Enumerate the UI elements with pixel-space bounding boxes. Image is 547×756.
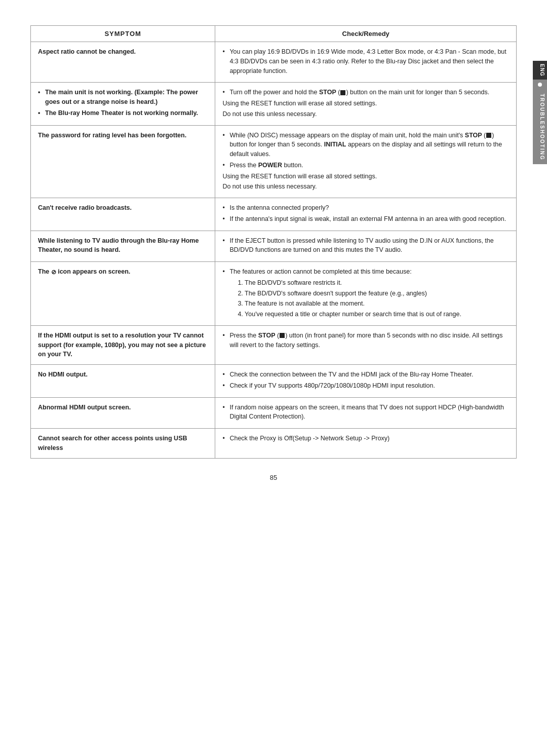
symptom-list-item: The Blu-ray Home Theater is not working … [38,108,208,118]
table-row: Abnormal HDMI output screen.•If random n… [31,397,517,429]
remedy-line: •Turn off the power and hold the STOP ()… [222,88,509,97]
remedy-sub: 3. The feature is not available at the m… [238,299,509,309]
remedy-line: •Is the antenna connected properly? [222,203,509,213]
remedy-cell-6: •Press the STOP () utton (in front panel… [215,325,517,364]
remedy-cell-1: •Turn off the power and hold the STOP ()… [215,83,517,125]
table-row: While listening to TV audio through the … [31,231,517,262]
remedy-cell-8: •If random noise appears on the screen, … [215,397,517,429]
remedy-note: Do not use this unless necessary. [222,109,509,119]
remedy-line: •While (NO DISC) message appears on the … [222,131,509,159]
remedy-cell-0: •You can play 16:9 BD/DVDs in 16:9 Wide … [215,42,517,83]
remedy-cell-7: •Check the connection between the TV and… [215,365,517,398]
remedy-cell-2: •While (NO DISC) message appears on the … [215,125,517,198]
remedy-line: •Check the connection between the TV and… [222,370,509,380]
remedy-cell-3: •Is the antenna connected properly?•If t… [215,198,517,231]
remedy-sub: 1. The BD/DVD's software restricts it. [238,278,509,288]
table-row: The ⊘ icon appears on screen.•The featur… [31,262,517,326]
remedy-header: Check/Remedy [215,26,517,42]
symptom-header: SYMPTOM [31,26,215,42]
remedy-sub: 4. You've requested a title or chapter n… [238,310,509,319]
remedy-line: •Press the POWER button. [222,161,509,170]
symptom-list-item: The main unit is not working. (Example: … [38,88,208,107]
symptom-cell-2: The password for rating level has been f… [31,125,215,198]
symptom-cell-1: The main unit is not working. (Example: … [31,83,215,125]
remedy-cell-4: •If the EJECT button is pressed while li… [215,231,517,262]
remedy-note: Using the RESET function will erase all … [222,172,509,181]
symptom-cell-3: Can't receive radio broadcasts. [31,198,215,231]
table-row: The main unit is not working. (Example: … [31,83,517,125]
symptom-cell-4: While listening to TV audio through the … [31,231,215,262]
remedy-line: •You can play 16:9 BD/DVDs in 16:9 Wide … [222,47,509,75]
remedy-note: Using the RESET function will erase all … [222,99,509,108]
remedy-note: Do not use this unless necessary. [222,182,509,192]
remedy-line: •Press the STOP () utton (in front panel… [222,331,509,350]
remedy-line: •If the antenna's input signal is weak, … [222,214,509,224]
remedy-line: •If the EJECT button is pressed while li… [222,236,509,255]
symptom-cell-6: If the HDMI output is set to a resolutio… [31,325,215,364]
table-row: Cannot search for other access points us… [31,429,517,459]
symptom-cell-9: Cannot search for other access points us… [31,429,215,459]
symptom-cell-0: Aspect ratio cannot be changed. [31,42,215,83]
page-container: SYMPTOM Check/Remedy Aspect ratio cannot… [0,0,547,512]
remedy-cell-5: •The features or action cannot be comple… [215,262,517,326]
table-row: If the HDMI output is set to a resolutio… [31,325,517,364]
table-row: Can't receive radio broadcasts.•Is the a… [31,198,517,231]
symptom-cell-8: Abnormal HDMI output screen. [31,397,215,429]
remedy-line: •If random noise appears on the screen, … [222,403,509,422]
remedy-line: •The features or action cannot be comple… [222,267,509,277]
remedy-sub: 2. The BD/DVD's software doesn't support… [238,289,509,298]
page-number: 85 [30,474,517,481]
table-row: No HDMI output.•Check the connection bet… [31,365,517,398]
table-row: Aspect ratio cannot be changed.•You can … [31,42,517,83]
remedy-line: •Check the Proxy is Off(Setup -> Network… [222,434,509,443]
remedy-line: •Check if your TV supports 480p/720p/108… [222,381,509,391]
table-row: The password for rating level has been f… [31,125,517,198]
symptom-cell-5: The ⊘ icon appears on screen. [31,262,215,326]
remedy-cell-9: •Check the Proxy is Off(Setup -> Network… [215,429,517,459]
troubleshooting-table: SYMPTOM Check/Remedy Aspect ratio cannot… [30,25,517,459]
no-icon: ⊘ [51,268,56,277]
symptom-cell-7: No HDMI output. [31,365,215,398]
